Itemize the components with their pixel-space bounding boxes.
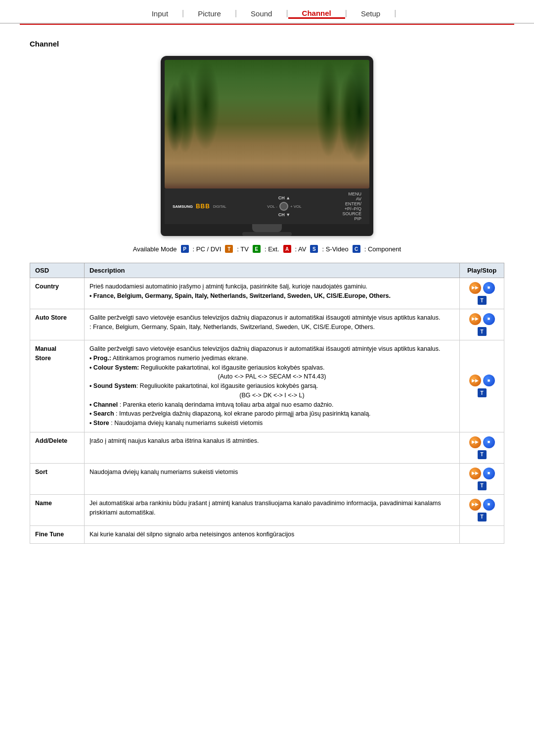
desc-finetune: Kai kurie kanalai dėl silpno signalo arb… <box>85 525 460 543</box>
desc-name: Jei automatiškai arba rankiniu būdu įraš… <box>85 494 460 525</box>
desc-sort: Naudojama dviejų kanalų numeriams sukeis… <box>85 463 460 494</box>
tv-bbb-logo: BBB <box>196 203 210 210</box>
nav-channel-label: Channel <box>302 9 331 17</box>
table-row: Add/Delete Įrašo į atmintį naujus kanalu… <box>30 432 504 463</box>
ps-t-auto: T <box>478 327 487 336</box>
ps-t-add: T <box>478 450 487 459</box>
tv-source-label: SOURCE <box>342 211 361 216</box>
mode-icon-sv: S <box>310 245 318 253</box>
nav-sound[interactable]: Sound <box>237 9 286 18</box>
play-autostore: ▶▶ ■ T <box>460 309 504 340</box>
ps-top-manual: ▶▶ ■ <box>469 375 495 386</box>
col-header-desc: Description <box>85 263 460 278</box>
tv-image-container: SAMSUNG BBB DIGITAL CH ▲ VOL - + VOL CH … <box>161 56 373 236</box>
table-row: Fine Tune Kai kurie kanalai dėl silpno s… <box>30 525 504 543</box>
play-name: ▶▶ ■ T <box>460 494 504 525</box>
mode-icon-pc: P <box>181 245 189 253</box>
mode-text-pc: : PC / DVI <box>193 245 222 253</box>
ps-circle-add2: ■ <box>483 436 495 448</box>
tv-enter-label: ENTER/+P/–P/Q <box>342 201 361 211</box>
table-row: Sort Naudojama dviejų kanalų numeriams s… <box>30 463 504 494</box>
play-stop-autostore: ▶▶ ■ T <box>465 313 499 336</box>
nav-input[interactable]: Input <box>138 9 182 18</box>
table-row: Auto Store Galite peržvelgti savo vietov… <box>30 309 504 340</box>
play-country: ▶▶ ■ T <box>460 278 504 309</box>
osd-name: Name <box>30 494 85 525</box>
ps-top-name: ▶▶ ■ <box>469 499 495 511</box>
tv-screen <box>165 60 369 189</box>
ps-circle-1: ▶▶ <box>469 282 481 294</box>
osd-finetune: Fine Tune <box>30 525 85 543</box>
mode-text-ext: : Ext. <box>265 245 279 253</box>
play-sort: ▶▶ ■ T <box>460 463 504 494</box>
nav-sep-5: | <box>394 9 396 18</box>
tv-vol-down[interactable]: VOL - <box>267 204 277 209</box>
ps-t-sort: T <box>478 481 487 490</box>
mode-icon-comp: C <box>353 245 360 253</box>
tv-pip-label: PIP <box>342 216 361 221</box>
play-adddelete: ▶▶ ■ T <box>460 432 504 463</box>
nav-picture[interactable]: Picture <box>184 9 235 18</box>
info-table: OSD Description Play/Stop Country Prieš … <box>30 263 504 544</box>
table-row: Country Prieš naudodamiesi automatinio į… <box>30 278 504 309</box>
ps-top-country: ▶▶ ■ <box>469 282 495 294</box>
nav-picture-label: Picture <box>198 9 221 18</box>
mode-text-sv: : S-Video <box>322 245 348 253</box>
tv-center-button[interactable] <box>279 202 288 211</box>
tv-ch-down[interactable]: CH ▼ <box>278 212 290 217</box>
nav-setup[interactable]: Setup <box>347 9 394 18</box>
tv-brand-text: SAMSUNG <box>173 204 193 209</box>
ps-circle-add1: ▶▶ <box>469 436 481 448</box>
mode-icon-av: A <box>283 245 291 253</box>
tv-menu-label: MENU <box>342 191 361 196</box>
ps-t-name: T <box>478 513 487 521</box>
play-stop-name: ▶▶ ■ T <box>465 499 499 521</box>
desc-country: Prieš naudodamiesi automatinio įrašymo į… <box>85 278 460 309</box>
play-finetune <box>460 525 504 543</box>
ps-t-manual: T <box>478 388 487 397</box>
tv-digital-label: DIGITAL <box>213 205 226 208</box>
table-header-row: OSD Description Play/Stop <box>30 263 504 278</box>
top-navigation: Input | Picture | Sound | Channel | Setu… <box>0 0 534 24</box>
ps-circle-name2: ■ <box>483 499 495 511</box>
mode-text-tv: : TV <box>237 245 249 253</box>
available-modes: Available Mode P : PC / DVI T : TV E : E… <box>30 245 504 253</box>
osd-autostore: Auto Store <box>30 309 85 340</box>
ps-top-add: ▶▶ ■ <box>469 436 495 448</box>
nav-input-label: Input <box>152 9 168 18</box>
tv-ch-up[interactable]: CH ▲ <box>278 195 290 200</box>
play-manualstore: ▶▶ ■ T <box>460 340 504 432</box>
osd-sort: Sort <box>30 463 85 494</box>
nav-sound-label: Sound <box>251 9 272 18</box>
ps-circle-auto2: ■ <box>483 313 495 325</box>
osd-country: Country <box>30 278 85 309</box>
play-stop-manual: ▶▶ ■ T <box>465 375 499 397</box>
ps-circle-sort1: ▶▶ <box>469 468 481 479</box>
tv-logo-area: SAMSUNG BBB DIGITAL <box>173 203 226 210</box>
ps-circle-name1: ▶▶ <box>469 499 481 511</box>
ps-circle-auto1: ▶▶ <box>469 313 481 325</box>
desc-manualstore: Galite peržvelgti savo vietovėje esančiu… <box>85 340 460 432</box>
osd-manualstore: ManualStore <box>30 340 85 432</box>
tv-vol-up[interactable]: + VOL <box>290 204 302 209</box>
table-row: Name Jei automatiškai arba rankiniu būdu… <box>30 494 504 525</box>
mode-icon-tv: T <box>225 245 233 253</box>
nav-channel[interactable]: Channel <box>288 9 345 19</box>
nav-setup-label: Setup <box>361 9 380 18</box>
tv-av-label: AV <box>342 196 361 201</box>
tv-mockup: SAMSUNG BBB DIGITAL CH ▲ VOL - + VOL CH … <box>161 56 373 236</box>
ps-circle-sort2: ■ <box>483 468 495 479</box>
play-stop-sort: ▶▶ ■ T <box>465 468 499 490</box>
ps-t-badge: T <box>478 296 487 305</box>
ps-circle-manual1: ▶▶ <box>469 375 481 386</box>
page-title: Channel <box>30 40 504 48</box>
tv-base <box>242 232 292 236</box>
ps-circle-manual2: ■ <box>483 375 495 386</box>
ps-top-auto: ▶▶ ■ <box>469 313 495 325</box>
tv-remote-labels: MENU AV ENTER/+P/–P/Q SOURCE PIP <box>342 191 361 221</box>
col-header-play: Play/Stop <box>460 263 504 278</box>
col-header-osd: OSD <box>30 263 85 278</box>
play-stop-country: ▶▶ ■ T <box>465 282 499 305</box>
desc-adddelete: Įrašo į atmintį naujus kanalus arba ištr… <box>85 432 460 463</box>
main-content: Channel SAMSUNG BBB DIGITAL CH ▲ VO <box>0 25 534 559</box>
